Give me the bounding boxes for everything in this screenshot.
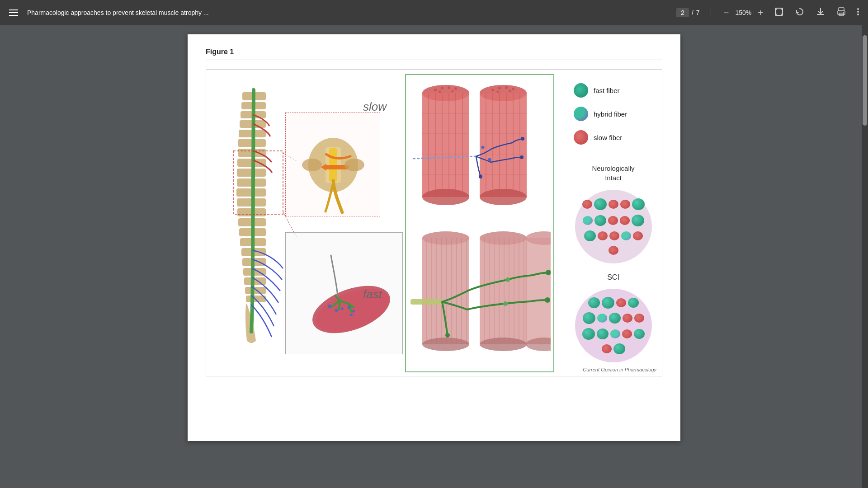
svg-point-7 [857,14,859,15]
legend-slow-fiber: slow fiber [574,130,653,145]
svg-point-62 [448,86,450,89]
pdf-content-area[interactable]: Figure 1 [0,25,868,488]
slow-fiber-label: slow [363,100,387,114]
svg-rect-1 [839,8,844,11]
svg-point-6 [857,11,859,13]
svg-point-4 [843,12,844,13]
source-citation: Current Opinion in Pharmacology [583,367,656,372]
svg-point-89 [481,146,485,149]
more-options-button[interactable] [855,5,861,21]
rotate-button[interactable] [793,5,807,21]
fast-fiber-icon [574,83,588,98]
svg-point-120 [545,297,550,303]
muscle-fibers-section: slow fast [405,74,554,372]
svg-point-59 [422,189,469,205]
fast-fiber-label: fast [363,287,382,301]
fiber-dot-slow [616,298,626,307]
pdf-page: Figure 1 [188,34,680,441]
download-button[interactable] [814,5,827,21]
scrollbar-thumb[interactable] [863,35,867,126]
toolbar-right-actions [772,5,861,21]
fiber-dot-slow [609,200,618,209]
zoom-value: 150% [734,9,752,16]
page-number-input[interactable] [676,8,689,17]
fiber-dot-slow [620,200,630,209]
svg-point-81 [505,86,508,89]
svg-point-121 [445,333,450,338]
muscle-neuron-area [285,232,403,354]
fiber-dot-slow [633,231,643,240]
vertical-scrollbar[interactable] [862,25,868,488]
svg-point-78 [480,189,527,205]
legend-hybrid-fiber: hybrid fiber [574,107,653,121]
svg-point-5 [857,8,859,10]
spine-zoom-box [285,113,380,216]
svg-point-65 [452,90,454,93]
fiber-dot-hybrid [621,231,631,240]
neuro-intact-circle [575,190,652,263]
print-button[interactable] [835,5,848,21]
sci-label: SCI [574,273,653,282]
svg-point-60 [434,89,437,91]
page-navigation: / 7 [676,8,700,17]
fiber-dot-fast [588,297,600,308]
fiber-dot-fast [632,198,645,210]
fiber-dot-slow [598,231,608,240]
svg-point-43 [341,307,344,310]
zoom-increase-button[interactable]: + [756,7,765,18]
fiber-dot-fast [613,343,625,354]
page-total: 7 [696,9,700,16]
fiber-dot-fast [602,297,614,309]
svg-point-102 [422,338,469,351]
fiber-dot-slow [609,246,618,255]
svg-point-123 [503,301,508,306]
neurologically-intact-label: Neurologically Intact [574,164,653,183]
svg-rect-116 [526,238,551,344]
menu-button[interactable] [7,8,20,18]
svg-point-88 [479,175,482,178]
svg-point-87 [520,155,524,159]
fiber-dot-slow [582,200,592,209]
slow-muscle-fibers [410,82,549,217]
fit-page-button[interactable] [772,5,786,21]
fiber-dot-fast [583,312,595,324]
fiber-dot-fast [632,215,644,226]
fiber-dot-slow [608,216,618,225]
svg-point-84 [509,90,511,92]
zoom-decrease-button[interactable]: − [722,7,731,18]
slow-fiber-icon [574,130,588,145]
svg-point-63 [454,87,457,90]
legend-section: fast fiber hybrid fiber slow fiber Neuro… [565,70,662,376]
fast-fiber-text: fast fiber [594,87,620,94]
fiber-dot-hybrid [583,216,593,225]
spine-zoom-illustration [286,113,381,217]
fast-muscle-fibers [410,229,549,367]
fiber-dot-fast [594,198,607,210]
svg-rect-118 [410,299,442,305]
fiber-dot-slow [634,314,644,323]
toolbar: Pharmacologic approaches to prevent skel… [0,0,868,25]
svg-point-83 [497,91,499,93]
zoom-controls: − 150% + [722,7,765,18]
page-separator: / [692,9,693,16]
fiber-dot-slow [622,329,632,338]
svg-point-38 [344,159,364,171]
fiber-dot-fast [582,328,595,340]
document-title: Pharmacologic approaches to prevent skel… [27,9,669,16]
figure-label: Figure 1 [206,48,662,60]
svg-point-86 [521,137,524,141]
svg-point-82 [512,88,514,90]
fiber-dot-fast [594,215,606,226]
svg-point-122 [505,277,510,282]
svg-rect-104 [480,238,527,344]
fiber-dot-hybrid [597,314,607,323]
slow-fiber-text: slow fiber [594,134,622,141]
svg-point-114 [480,338,527,351]
figure-container: slow fast [206,69,662,376]
svg-point-79 [491,89,494,91]
fiber-dot-fast [628,298,639,308]
svg-point-80 [498,87,501,89]
legend-fast-fiber: fast fiber [574,83,653,98]
fiber-dot-fast [584,230,596,241]
fiber-dot-fast [597,328,609,339]
